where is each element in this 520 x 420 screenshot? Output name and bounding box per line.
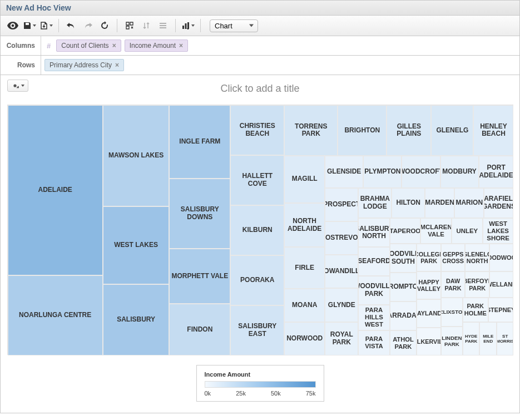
treemap-cell[interactable]: MCLAREN VALE [420,218,452,244]
pivot-button[interactable] [122,18,137,33]
treemap-cell[interactable]: WARRADALE [390,302,417,330]
treemap-cell[interactable]: WELLAND [489,271,514,298]
legend-tick: 0k [205,390,211,397]
legend-tick: 75k [306,390,316,397]
treemap-cell[interactable]: WOODVILLE SOUTH [390,244,417,273]
treemap-cell[interactable]: POORAKA [230,255,284,305]
treemap-cell[interactable]: TORRENS PARK [284,105,338,156]
treemap-cell[interactable]: UNLEY [452,218,483,244]
treemap-cell[interactable]: SALISBURY EAST [230,305,284,355]
chart-title-placeholder[interactable]: Click to add a title [6,81,514,105]
treemap-cell[interactable]: SEAFORD [358,247,389,276]
treemap-cell[interactable]: KILBURN [230,205,284,255]
treemap-cell[interactable]: HILTON [392,188,425,219]
treemap-cell[interactable]: FIRLE [284,247,325,289]
treemap-cell[interactable]: NORTH ADELAIDE [284,203,325,248]
filter-button[interactable] [155,18,171,33]
treemap-cell[interactable]: LINDEN PARK [441,327,463,355]
treemap-cell[interactable]: MAYLANDS [417,299,440,327]
treemap-cell[interactable]: SALISBURY NORTH [358,218,389,247]
treemap-cell[interactable]: BRAHMA LODGE [358,188,392,219]
treemap-cell[interactable]: FINDON [169,304,230,355]
treemap-cell[interactable]: PARAFIELD GARDENS [484,188,513,219]
rows-label: Rows [1,56,41,75]
treemap-cell[interactable]: MARION [454,188,484,219]
save-button[interactable] [22,18,37,33]
export-button[interactable] [38,18,54,33]
treemap-cell[interactable]: ADELAIDE [8,105,103,275]
treemap-cell[interactable]: MARDEN [425,188,454,219]
treemap-cell[interactable]: SALISBURY DOWNS [169,179,230,249]
treemap-cell[interactable]: MAGILL [284,156,325,203]
remove-pill-icon[interactable]: × [179,42,183,50]
treemap-cell[interactable]: TAPEROO [390,218,421,244]
treemap-cell[interactable]: PARK HOLME [463,298,488,322]
treemap-cell[interactable]: GLENELG NORTH [465,244,489,271]
treemap-cell[interactable]: WEST LAKES [103,206,170,284]
treemap-chart[interactable]: ADELAIDENOARLUNGA CENTREMAWSON LAKESWEST… [7,105,513,355]
treemap-cell[interactable]: GLYNDE [325,288,358,322]
treemap-cell[interactable]: NOARLUNGA CENTRE [8,275,103,355]
treemap-cell[interactable]: ABERFOYLE PARK [465,271,489,298]
treemap-cell[interactable]: PARA VISTA [358,330,389,355]
treemap-cell[interactable]: MOANA [284,289,325,322]
chart-settings-button[interactable] [7,80,28,92]
treemap-cell[interactable]: ST MORRIS [497,322,514,355]
treemap-cell[interactable]: GILLES PLAINS [387,105,431,156]
treemap-cell[interactable]: INGLE FARM [169,105,230,179]
treemap-cell[interactable]: CHRISTIES BEACH [230,105,284,155]
treemap-cell[interactable]: MORPHETT VALE [169,249,230,304]
columns-drop-area[interactable]: # Count of Clients× Income Amount× [41,36,519,55]
treemap-cell[interactable]: MILE END [479,322,497,355]
treemap-cell[interactable]: ROSTREVOR [325,221,358,255]
treemap-cell[interactable]: ROYAL PARK [325,322,358,355]
treemap-cell[interactable]: GLENSIDE [325,156,363,188]
remove-pill-icon[interactable]: × [112,42,116,50]
treemap-cell[interactable]: WOODCROFT [402,156,440,188]
treemap-cell[interactable]: GLENELG [431,105,473,156]
treemap-cell[interactable]: GOODWOOD [489,244,514,271]
treemap-cell[interactable]: PARA HILLS WEST [358,305,389,330]
treemap-cell[interactable]: WOODVILLE PARK [358,276,389,305]
pill-label: Count of Clients [61,42,108,50]
treemap-cell[interactable]: GEPPS CROSS [441,244,465,271]
pill-count-of-clients[interactable]: Count of Clients× [56,39,121,52]
svg-rect-3 [160,27,166,28]
treemap-cell[interactable]: MAWSON LAKES [103,105,170,206]
preview-toggle-button[interactable] [5,18,21,33]
window-title-bar: New Ad Hoc View [0,0,520,16]
remove-pill-icon[interactable]: × [115,61,119,69]
treemap-cell[interactable]: BROMPTON [390,273,417,302]
treemap-cell[interactable]: COLLEGE PARK [417,244,441,271]
legend-tick: 50k [271,390,281,397]
view-mode-select[interactable]: Chart Table Crosstab [210,19,258,32]
redo-button[interactable] [80,18,96,33]
treemap-cell[interactable]: FELIXSTOW [441,298,463,327]
chart-options-button[interactable] [180,18,196,33]
treemap-cell[interactable]: WALKERVILLE [417,328,440,355]
treemap-cell[interactable]: ATHOL PARK [390,330,417,355]
treemap-cell[interactable]: BRIGHTON [338,105,387,156]
treemap-cell[interactable]: HALLETT COVE [230,155,284,205]
treemap-cell[interactable]: DAW PARK [441,271,465,298]
treemap-cell[interactable]: HENLEY BEACH [473,105,513,156]
sort-button[interactable] [138,18,154,33]
reset-button[interactable] [97,18,112,33]
treemap-cell[interactable]: WEST LAKES SHORE [483,218,514,244]
treemap-cell[interactable]: PROSPECT [325,188,358,221]
treemap-cell[interactable]: SALISBURY [103,284,170,355]
treemap-cell[interactable]: COWANDILLA [325,255,358,288]
pill-primary-address-city[interactable]: Primary Address City× [44,59,124,71]
treemap-cell[interactable]: HAPPY VALLEY [417,271,440,299]
treemap-cell[interactable]: PLYMPTON [363,156,402,188]
pill-income-amount[interactable]: Income Amount× [125,39,188,52]
columns-row: Columns # Count of Clients× Income Amoun… [0,36,520,56]
gear-icon [11,82,19,90]
treemap-cell[interactable]: STEPNEY [488,298,514,322]
treemap-cell[interactable]: PORT ADELAIDE [479,156,514,188]
undo-button[interactable] [63,18,79,33]
treemap-cell[interactable]: MODBURY [440,156,479,188]
rows-drop-area[interactable]: Primary Address City× [41,56,519,75]
treemap-cell[interactable]: NORWOOD [284,322,325,355]
treemap-cell[interactable]: HYDE PARK [463,322,480,355]
